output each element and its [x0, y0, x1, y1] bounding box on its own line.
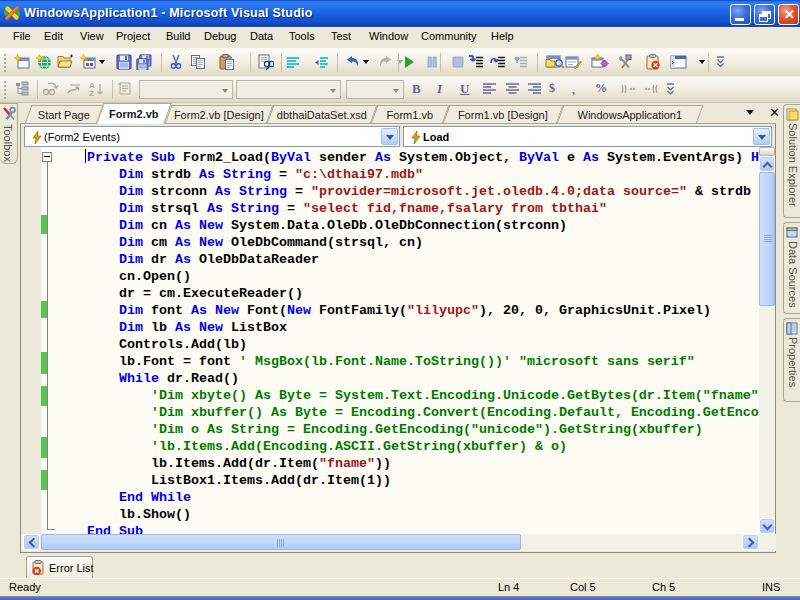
svg-text:Z: Z	[89, 89, 94, 97]
